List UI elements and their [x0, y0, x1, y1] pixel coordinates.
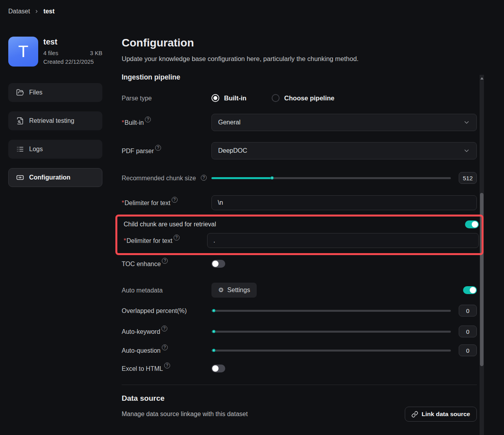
sidebar-nav: Files Retrieval testing Logs Configurati…	[8, 83, 102, 196]
sidebar-item-label: Files	[29, 89, 43, 96]
radio-built-in[interactable]: Built-in	[211, 94, 246, 102]
avatar: T	[8, 37, 38, 67]
scroll-up-arrow-icon[interactable]	[480, 77, 484, 80]
kb-size: 3 KB	[90, 50, 102, 56]
auto-metadata-toggle[interactable]	[463, 286, 477, 294]
child-delimiter-input[interactable]	[207, 233, 479, 248]
excel-to-html-row: Excel to HTML?	[122, 364, 477, 373]
toc-enhance-row: TOC enhance?	[122, 259, 477, 268]
overlapped-percent-row: Overlapped percent(%) 0	[122, 305, 477, 317]
auto-question-label: Auto-question?	[122, 346, 211, 355]
link-icon	[411, 411, 418, 418]
pdf-parser-label: PDF parser?	[122, 146, 211, 155]
auto-keyword-slider[interactable]	[211, 326, 451, 337]
config-card-icon	[16, 174, 24, 181]
list-icon	[16, 145, 24, 153]
chunk-size-value[interactable]: 512	[459, 172, 477, 184]
chevron-down-icon	[463, 147, 470, 154]
data-source-subtitle: Manage data source linkage with this dat…	[122, 411, 248, 418]
annotation-highlight-box: Child chunk are used for retrieval *Deli…	[115, 215, 484, 255]
kb-title: test	[43, 37, 102, 46]
data-source-row: Manage data source linkage with this dat…	[122, 407, 477, 422]
auto-metadata-row: Auto metadata ⚙ Settings	[122, 283, 477, 298]
help-icon[interactable]: ?	[161, 326, 167, 331]
radio-choose-pipeline[interactable]: Choose pipeline	[272, 94, 334, 102]
help-icon[interactable]: ?	[174, 235, 180, 241]
auto-metadata-label: Auto metadata	[122, 286, 211, 295]
sidebar-item-label: Configuration	[29, 174, 70, 181]
toc-enhance-label: TOC enhance?	[122, 259, 211, 268]
child-chunk-toggle[interactable]	[465, 220, 479, 228]
section-ingestion-pipeline: Ingestion pipeline	[122, 73, 180, 81]
slider-thumb[interactable]	[271, 176, 274, 180]
auto-keyword-row: Auto-keyword? 0	[122, 326, 477, 337]
child-delimiter-row: *Delimiter for text?	[124, 233, 479, 248]
delimiter-label: *Delimiter for text?	[122, 198, 211, 207]
sidebar-item-retrieval-testing[interactable]: Retrieval testing	[8, 111, 102, 130]
folder-icon	[16, 89, 24, 96]
metadata-settings-button[interactable]: ⚙ Settings	[211, 283, 257, 298]
help-icon[interactable]: ?	[155, 145, 161, 151]
sidebar-item-label: Retrieval testing	[29, 117, 74, 124]
built-in-row: *Built-in? General	[122, 114, 477, 131]
gear-icon: ⚙	[218, 287, 224, 293]
parse-type-label: Parse type	[122, 94, 211, 103]
auto-keyword-value[interactable]: 0	[459, 326, 477, 337]
sidebar-item-files[interactable]: Files	[8, 83, 102, 102]
slider-thumb[interactable]	[212, 349, 215, 352]
kb-card: T test 4 files 3 KB Created 22/12/2025	[8, 37, 102, 67]
child-delimiter-label: *Delimiter for text?	[124, 236, 207, 245]
kb-file-count: 4 files	[43, 50, 58, 56]
toc-enhance-toggle[interactable]	[211, 260, 225, 268]
help-icon[interactable]: ?	[164, 363, 170, 368]
radio-unselected-icon	[272, 94, 280, 102]
delimiter-input[interactable]	[211, 195, 477, 210]
auto-question-slider[interactable]	[211, 344, 451, 356]
page-subtitle: Update your knowledge base configuration…	[122, 55, 359, 63]
pdf-parser-row: PDF parser? DeepDOC	[122, 142, 477, 159]
overlapped-percent-value[interactable]: 0	[459, 305, 477, 317]
excel-to-html-label: Excel to HTML?	[122, 364, 211, 373]
chunk-size-row: Recommended chunk size? 512	[122, 169, 477, 187]
help-icon[interactable]: ?	[145, 117, 151, 122]
built-in-label: *Built-in?	[122, 118, 211, 127]
auto-question-row: Auto-question? 0	[122, 344, 477, 356]
overlapped-percent-slider[interactable]	[211, 305, 451, 317]
breadcrumb-dataset-link[interactable]: Dataset	[8, 8, 30, 15]
auto-keyword-label: Auto-keyword?	[122, 327, 211, 336]
help-icon[interactable]: ?	[162, 344, 168, 350]
chunk-size-label: Recommended chunk size?	[122, 174, 211, 183]
radio-selected-icon	[211, 94, 219, 102]
sidebar-item-configuration[interactable]: Configuration	[8, 168, 102, 187]
file-search-icon	[16, 117, 24, 125]
built-in-select[interactable]: General	[211, 114, 477, 131]
sidebar-item-label: Logs	[29, 146, 43, 153]
help-icon[interactable]: ?	[201, 175, 207, 181]
chevron-right-icon	[34, 9, 39, 14]
chunk-size-slider[interactable]	[211, 172, 451, 184]
slider-thumb[interactable]	[212, 330, 215, 333]
slider-thumb[interactable]	[212, 309, 215, 312]
breadcrumb-current: test	[43, 8, 54, 15]
pdf-parser-select[interactable]: DeepDOC	[211, 142, 477, 159]
page-title: Configuration	[122, 37, 194, 49]
link-data-source-button[interactable]: Link data source	[405, 407, 477, 422]
delimiter-row: *Delimiter for text?	[122, 195, 477, 210]
breadcrumb: Dataset test	[8, 8, 55, 15]
chevron-down-icon	[463, 119, 470, 126]
section-divider	[122, 385, 477, 385]
configuration-panel: Configuration Update your knowledge base…	[122, 37, 477, 435]
auto-question-value[interactable]: 0	[459, 344, 477, 356]
child-chunk-row: Child chunk are used for retrieval	[124, 219, 479, 230]
parse-type-row: Parse type Built-in Choose pipeline	[122, 93, 477, 104]
overlapped-percent-label: Overlapped percent(%)	[122, 306, 211, 315]
data-source-title: Data source	[122, 394, 165, 403]
kb-created-date: Created 22/12/2025	[43, 59, 102, 65]
sidebar-item-logs[interactable]: Logs	[8, 140, 102, 159]
help-icon[interactable]: ?	[162, 258, 168, 264]
excel-to-html-toggle[interactable]	[211, 365, 225, 372]
child-chunk-label: Child chunk are used for retrieval	[124, 221, 216, 228]
help-icon[interactable]: ?	[172, 197, 178, 203]
